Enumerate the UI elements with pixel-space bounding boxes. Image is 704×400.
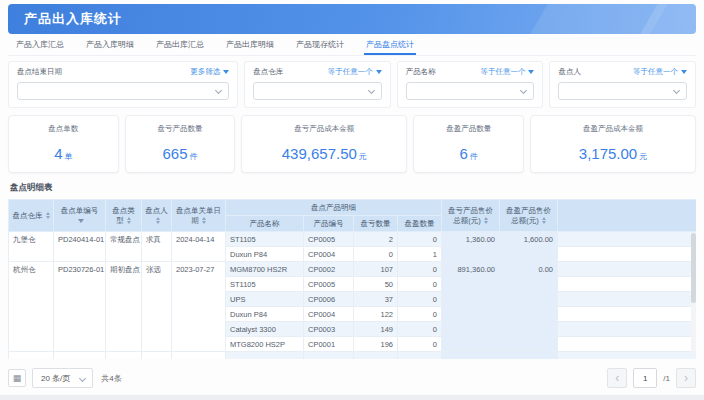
filter-warehouse: 盘点仓库等于任意一个	[244, 61, 391, 108]
chevron-down-icon	[368, 87, 375, 94]
caret-down-icon[interactable]	[78, 219, 84, 223]
stat-card-gain-qty: 盘盈产品数量6件	[413, 115, 524, 173]
stat-value: 439,657.50	[282, 145, 357, 162]
tab-item[interactable]: 产品入库汇总	[14, 35, 66, 55]
filter-end-date: 盘点结束日期更多筛选	[8, 61, 238, 108]
tab-item[interactable]: 产品盘点统计	[364, 35, 416, 55]
sort-icon[interactable]	[202, 217, 206, 224]
stat-label: 盘亏产品数量	[130, 124, 231, 134]
page-total-label: /1	[663, 374, 670, 383]
page-header-banner: 产品出入库统计	[8, 4, 696, 34]
loss-qty-cell: 50	[354, 277, 398, 292]
filter-operator-link[interactable]: 更多筛选	[190, 67, 229, 77]
filler-cell	[558, 247, 697, 262]
table-row[interactable]: 杭州仓PD230726-01期初盘点张远2023-07-27MGM8700 HS…	[9, 262, 697, 277]
filler-cell	[558, 292, 697, 307]
product-name-cell: Duxun P84	[226, 247, 304, 262]
col-loss-qty: 盘亏数量	[354, 216, 398, 232]
filter-operator-link[interactable]: 等于任意一个	[480, 67, 534, 77]
next-page-icon: ›	[684, 371, 688, 385]
type-cell: 常规盘点	[106, 232, 142, 262]
page-size-select[interactable]: 20 条/页	[32, 368, 93, 388]
loss-qty-cell: 122	[354, 307, 398, 322]
columns-icon: ▦	[13, 373, 22, 383]
prev-page-button[interactable]: ‹	[607, 368, 627, 388]
table-row[interactable]	[9, 352, 697, 360]
column-settings-button[interactable]: ▦	[8, 369, 26, 387]
product-code-cell: CP0004	[304, 247, 354, 262]
table-cell	[442, 352, 500, 360]
prev-page-icon: ‹	[615, 371, 619, 385]
order-no-cell: PD230726-01	[54, 262, 106, 352]
col-person[interactable]: 盘点人	[142, 200, 172, 232]
stat-card-loss-cost: 盘亏产品成本金额439,657.50元	[241, 115, 407, 173]
filter-select[interactable]	[253, 82, 382, 100]
product-name-cell: ST1105	[226, 277, 304, 292]
caret-down-icon	[681, 70, 687, 74]
table-cell	[226, 352, 304, 360]
filter-label: 产品名称	[406, 67, 436, 77]
col-close-date[interactable]: 盘点单关单日期	[172, 200, 226, 232]
tab-item[interactable]: 产品现存统计	[294, 35, 346, 55]
sort-icon[interactable]	[484, 217, 488, 224]
stat-value: 665	[162, 145, 187, 162]
filler-cell	[558, 277, 697, 292]
gain-qty-cell: 0	[398, 292, 442, 307]
close-date-cell: 2024-04-14	[172, 232, 226, 262]
table-row[interactable]: 九堡仓PD240414-01常规盘点求真2024-04-14ST1105CP00…	[9, 232, 697, 247]
col-type[interactable]: 盘点类型	[106, 200, 142, 232]
sort-icon[interactable]	[542, 217, 546, 224]
close-date-cell: 2023-07-27	[172, 262, 226, 352]
filter-operator-link[interactable]: 等于任意一个	[328, 67, 382, 77]
stat-unit: 件	[190, 152, 198, 161]
sort-icon[interactable]	[156, 217, 160, 224]
pagination-bar: ▦ 20 条/页 共4条 ‹ 1 /1 ›	[8, 367, 696, 389]
filter-label: 盘点结束日期	[17, 67, 62, 77]
tab-item[interactable]: 产品出库汇总	[154, 35, 206, 55]
filter-select[interactable]	[558, 82, 687, 100]
col-warehouse[interactable]: 盘点仓库	[9, 200, 54, 232]
product-name-cell: UPS	[226, 292, 304, 307]
col-order-no[interactable]: 盘点单编号	[54, 200, 106, 232]
gain-qty-cell: 0	[398, 262, 442, 277]
filter-select[interactable]	[406, 82, 535, 100]
current-page-input[interactable]: 1	[633, 368, 657, 388]
page-size-label: 20 条/页	[41, 374, 70, 383]
sort-icon[interactable]	[127, 217, 131, 224]
inventory-detail-table: 盘点仓库盘点单编号盘点类型盘点人盘点单关单日期盘点产品明细盘亏产品售价总额(元)…	[8, 199, 696, 359]
current-page-value: 1	[643, 374, 647, 383]
col-group-product-detail: 盘点产品明细	[226, 200, 442, 216]
table-cell	[142, 352, 172, 360]
col-gain-qty: 盘盈数量	[398, 216, 442, 232]
filler-cell	[558, 232, 697, 247]
product-name-cell: ST1105	[226, 232, 304, 247]
product-code-cell: CP0006	[304, 292, 354, 307]
order-no-cell: PD240414-01	[54, 232, 106, 262]
col-loss-total[interactable]: 盘亏产品售价总额(元)	[442, 200, 500, 232]
sort-icon[interactable]	[46, 212, 50, 219]
table-cell	[9, 352, 54, 360]
filter-select[interactable]	[17, 82, 229, 100]
loss-qty-cell: 196	[354, 337, 398, 352]
stat-card-order-count: 盘点单数4单	[8, 115, 119, 173]
product-code-cell: CP0005	[304, 277, 354, 292]
stat-value: 4	[54, 145, 62, 162]
stat-value: 3,175.00	[579, 145, 637, 162]
col-product-name: 产品名称	[226, 216, 304, 232]
stat-label: 盘点单数	[13, 124, 114, 134]
next-page-button[interactable]: ›	[676, 368, 696, 388]
stat-cards: 盘点单数4单盘亏产品数量665件盘亏产品成本金额439,657.50元盘盈产品数…	[8, 115, 696, 173]
table-scrollbar[interactable]	[691, 233, 696, 353]
table-cell	[304, 352, 354, 360]
col-gain-total[interactable]: 盘盈产品售价总额(元)	[500, 200, 558, 232]
product-code-cell: CP0005	[304, 232, 354, 247]
filter-operator-link[interactable]: 等于任意一个	[633, 67, 687, 77]
scrollbar-thumb[interactable]	[691, 233, 696, 303]
table-section-title: 盘点明细表	[8, 182, 696, 194]
filter-product-name: 产品名称等于任意一个	[397, 61, 544, 108]
loss-qty-cell: 2	[354, 232, 398, 247]
tab-item[interactable]: 产品出库明细	[224, 35, 276, 55]
tab-item[interactable]: 产品入库明细	[84, 35, 136, 55]
gain-qty-cell: 0	[398, 337, 442, 352]
product-code-cell: CP0003	[304, 322, 354, 337]
